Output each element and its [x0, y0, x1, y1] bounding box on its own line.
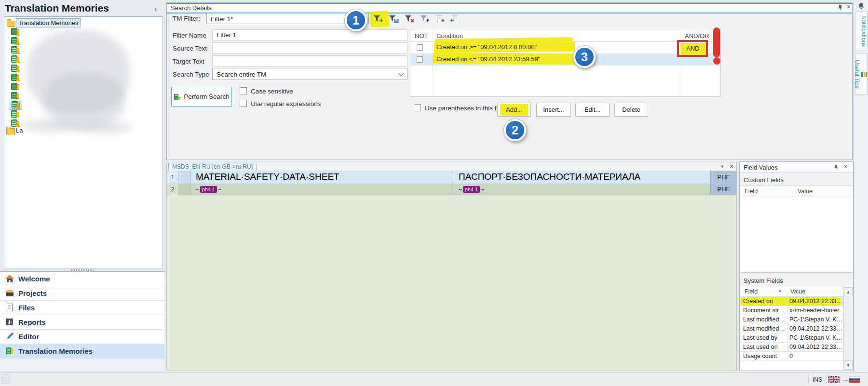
search-details-title: Search Details [171, 4, 212, 12]
table-header-row: Field Value [740, 186, 853, 197]
scroll-down-icon[interactable]: ▼ [844, 360, 853, 370]
nav-item-reports[interactable]: Reports [0, 315, 164, 330]
case-sensitive-checkbox[interactable] [240, 87, 247, 94]
field-values-panel: Field Values × Custom Fields Field Value… [739, 161, 854, 371]
files-icon [5, 303, 14, 312]
source-text-input[interactable] [212, 42, 407, 53]
table-row[interactable]: Usage count 0 [740, 352, 843, 361]
perform-search-icon [174, 93, 181, 101]
tm-filter-label: TM Filter: [173, 15, 200, 22]
condition-row[interactable]: Created on <= "09.04.2012 23:59:59" [436, 55, 540, 63]
search-type-select[interactable]: Search entire TM [212, 68, 407, 80]
tree-folder-label[interactable]: La [16, 127, 23, 134]
table-row[interactable]: Last used on 09.04.2012 22:33… [740, 343, 843, 352]
value-cell: 09.04.2012 22:33… [789, 344, 841, 350]
table-row[interactable]: Document str… x-tm-header-footer [740, 306, 843, 315]
tab-notifications-label: Notifications [860, 15, 867, 47]
notification-bell-icon[interactable] [857, 2, 865, 10]
insert-button[interactable]: Insert... [536, 103, 571, 117]
export-filter-icon[interactable] [435, 14, 445, 24]
tm-editor-area: MSDS_EN-RU [en-GB->ru-RU] ▾ × 1 MATERIAL… [166, 162, 737, 371]
close-icon[interactable]: × [844, 163, 848, 170]
value-cell: x-tm-header-footer [789, 307, 841, 314]
segment-status-cell[interactable] [179, 171, 191, 184]
callout-2: 2 [504, 119, 526, 141]
save-filter-icon[interactable] [389, 14, 399, 24]
source-segment-cell[interactable]: MATERIAL·SAFETY·DATA·SHEET [196, 172, 339, 182]
nav-item-files[interactable]: Files [0, 301, 164, 315]
target-segment-cell[interactable]: -·ph4 1·- [459, 186, 484, 193]
segment-status-cell[interactable] [179, 184, 191, 195]
target-language-flag-icon[interactable] [849, 376, 860, 383]
nav-item-editor[interactable]: Editor [0, 330, 164, 344]
target-segment-cell[interactable]: ПАСПОРТ·БЕЗОПАСНОСТИ·МАТЕРИАЛА [459, 172, 640, 182]
value-cell: 0 [789, 353, 841, 359]
splitter-handle[interactable] [71, 269, 94, 271]
not-checkbox[interactable] [417, 44, 423, 51]
tm-warning-icon [11, 55, 17, 63]
not-checkbox[interactable] [417, 56, 423, 63]
field-values-caption[interactable]: Field Values × [740, 162, 853, 173]
field-cell: Document str… [743, 307, 787, 314]
table-row[interactable]: Last modified… PC-1\Stepan V. K… [740, 315, 843, 324]
filter-name-label: Filter Name [173, 32, 206, 39]
use-parentheses-checkbox[interactable] [414, 104, 421, 111]
perform-search-label: Perform Search [184, 93, 230, 100]
edit-button[interactable]: Edit... [575, 103, 610, 117]
side-tab-strip: Notifications Useful Tips [854, 0, 868, 372]
delete-filter-icon[interactable] [405, 14, 415, 24]
status-separator [825, 374, 826, 384]
system-fields-header: System Fields [744, 277, 783, 284]
target-text-input[interactable] [212, 55, 407, 67]
redacted-text-blur [72, 121, 133, 133]
column-divider [454, 171, 454, 184]
pin-icon[interactable] [833, 164, 839, 171]
source-language-flag-icon[interactable] [828, 376, 840, 383]
tm-tree-item-selected[interactable] [10, 100, 22, 110]
tab-useful-tips[interactable]: Useful Tips [855, 53, 868, 94]
add-button[interactable]: Add... [497, 103, 531, 117]
format-cell: PHF [710, 184, 736, 195]
close-icon[interactable]: × [847, 3, 851, 11]
scrollbar[interactable]: ▲ ▼ [843, 287, 853, 370]
restore-filter-icon[interactable] [420, 14, 430, 24]
table-row[interactable]: Last used by PC-1\Stepan V. K… [740, 333, 843, 343]
add-button-label: Add... [506, 106, 522, 113]
edit-button-label: Edit... [584, 106, 600, 113]
filter-name-input[interactable]: Filter 1 [212, 29, 407, 40]
grid-column-divider [787, 287, 787, 297]
col-header-field[interactable]: Field [745, 188, 758, 195]
nav-item-welcome[interactable]: Welcome [0, 272, 164, 286]
add-filter-icon[interactable] [373, 14, 383, 24]
condition-row[interactable]: Created on >= "09.04.2012 0:00:00" [436, 43, 537, 51]
perform-search-button[interactable]: Perform Search [171, 87, 232, 106]
import-filter-icon[interactable] [449, 14, 459, 24]
col-header-field[interactable]: Field [745, 288, 758, 295]
tab-close-icon[interactable]: × [730, 162, 733, 170]
tm-warning-icon [11, 28, 17, 35]
tm-document-tab[interactable]: MSDS_EN-RU [en-GB->ru-RU] [168, 163, 257, 171]
target-text-label: Target Text [173, 58, 204, 65]
search-details-caption[interactable]: Search Details [167, 3, 852, 13]
use-regex-checkbox[interactable] [240, 100, 247, 107]
status-grip [1, 374, 10, 384]
col-header-value[interactable]: Value [798, 188, 813, 195]
pin-icon[interactable] [837, 4, 843, 11]
tab-list-dropdown-icon[interactable]: ▾ [721, 163, 724, 170]
col-header-value[interactable]: Value [790, 288, 805, 295]
home-icon [5, 274, 14, 283]
status-separator [808, 374, 809, 384]
redacted-text-blur [22, 120, 78, 132]
tree-root-label: Translation Memories [18, 19, 79, 27]
table-row[interactable]: Last modified… 09.04.2012 22:33… [740, 324, 843, 333]
table-row-selected[interactable]: Created on 09.04.2012 22:33… [740, 297, 843, 306]
tree-root-item[interactable]: Translation Memories [16, 18, 81, 27]
nav-item-translation-memories[interactable]: Translation Memories [0, 344, 164, 359]
tab-notifications[interactable]: Notifications [855, 12, 868, 49]
nav-item-projects[interactable]: Projects [0, 286, 164, 301]
source-segment-cell[interactable]: -·ph4 1·- [196, 186, 221, 193]
collapse-panel-icon[interactable]: ‹ [154, 4, 157, 14]
tm-icon [11, 83, 17, 90]
scroll-up-icon[interactable]: ▲ [844, 287, 853, 296]
delete-button[interactable]: Delete [614, 103, 648, 117]
